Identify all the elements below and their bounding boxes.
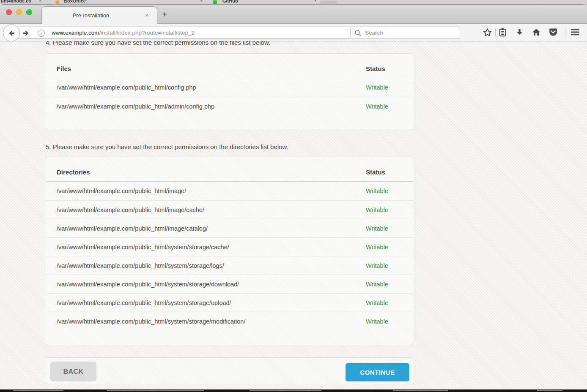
status-value: Writable	[366, 244, 413, 250]
directory-path: /var/www/html/example.com/public_html/im…	[46, 225, 366, 232]
table-row: /var/www/html/example.com/public_html/sy…	[46, 293, 413, 312]
forward-arrow-icon	[22, 30, 30, 37]
bookmark-star-icon[interactable]	[482, 27, 492, 37]
background-tab-stub	[320, 1, 337, 4]
back-arrow-icon	[8, 30, 15, 37]
url-text: www.example.com/install/index.php?route=…	[52, 27, 195, 38]
forward-button[interactable]	[21, 28, 30, 38]
file-path: /var/www/html/example.com/public_html/ad…	[46, 103, 366, 110]
browser-window: Pre-Installation × + i www.example.com/i…	[0, 4, 587, 389]
url-path: /install/index.php?route=install/step_2	[99, 30, 195, 36]
table-row: /var/www/html/example.com/public_html/sy…	[46, 312, 413, 330]
menu-hamburger-icon[interactable]	[569, 27, 581, 37]
divider	[48, 29, 48, 38]
status-value: Writable	[366, 188, 413, 194]
search-bar[interactable]	[350, 27, 460, 39]
directory-path: /var/www/html/example.com/public_html/sy…	[46, 299, 366, 306]
window-minimize-button[interactable]	[16, 9, 22, 15]
continue-button[interactable]: CONTINUE	[346, 363, 409, 381]
status-value: Writable	[366, 84, 413, 91]
tab-close-icon[interactable]: ×	[143, 11, 151, 19]
directories-panel: Directories Status /var/www/html/example…	[46, 157, 413, 345]
divider	[565, 27, 565, 38]
screen: unt=linode.co × BoxOffice × GitHub × Pre…	[0, 0, 587, 392]
boxoffice-favicon-icon	[55, 0, 59, 4]
page-viewport: 4. Please make sure you have set the cor…	[0, 41, 587, 390]
navigation-toolbar: i www.example.com/install/index.php?rout…	[0, 24, 587, 41]
tab-title: Pre-Installation	[42, 7, 140, 24]
new-tab-button[interactable]: +	[160, 10, 169, 19]
table-row: /var/www/html/example.com/public_html/im…	[46, 182, 413, 200]
file-path: /var/www/html/example.com/public_html/co…	[46, 84, 366, 91]
home-icon[interactable]	[531, 27, 541, 37]
files-column-header: Files	[46, 65, 366, 72]
divider	[495, 28, 496, 36]
background-tab-label: unt=linode.co	[1, 0, 31, 3]
window-zoom-button[interactable]	[26, 9, 32, 15]
status-value: Writable	[366, 281, 413, 288]
status-value: Writable	[366, 225, 413, 232]
github-favicon-icon	[213, 0, 217, 4]
directory-path: /var/www/html/example.com/public_html/im…	[46, 188, 366, 194]
background-tab-close-icon: ×	[39, 0, 41, 3]
directories-column-header: Directories	[46, 169, 366, 176]
directory-path: /var/www/html/example.com/public_html/sy…	[46, 244, 366, 250]
table-row: /var/www/html/example.com/public_html/sy…	[46, 237, 413, 256]
url-domain: www.example.com	[52, 30, 99, 36]
directory-path: /var/www/html/example.com/public_html/sy…	[46, 318, 366, 325]
background-tab-close-icon: ×	[200, 0, 203, 3]
page-info-icon[interactable]: i	[38, 30, 45, 37]
back-step-button[interactable]: BACK	[50, 362, 96, 381]
directories-table-header: Directories Status	[46, 157, 413, 182]
table-row: /var/www/html/example.com/public_html/ad…	[46, 97, 413, 115]
window-close-button[interactable]	[6, 9, 12, 15]
background-tab-label: GitHub	[222, 0, 238, 3]
table-row: /var/www/html/example.com/public_html/co…	[46, 78, 413, 97]
directory-path: /var/www/html/example.com/public_html/sy…	[46, 262, 366, 269]
table-row: /var/www/html/example.com/public_html/sy…	[46, 256, 413, 275]
status-column-header: Status	[366, 169, 413, 176]
tab-bar: Pre-Installation × +	[0, 5, 587, 24]
directory-path: /var/www/html/example.com/public_html/im…	[46, 207, 366, 213]
table-row: /var/www/html/example.com/public_html/im…	[46, 200, 413, 219]
wizard-buttons-bar: BACK CONTINUE	[46, 357, 413, 385]
status-value: Writable	[366, 262, 413, 269]
background-tab-close-icon: ×	[314, 0, 317, 3]
background-window-bottom	[0, 389, 587, 392]
pocket-icon[interactable]	[548, 27, 558, 37]
status-column-header: Status	[366, 65, 413, 72]
directory-path: /var/www/html/example.com/public_html/sy…	[46, 281, 366, 288]
status-value: Writable	[366, 207, 413, 213]
table-row: /var/www/html/example.com/public_html/sy…	[46, 275, 413, 293]
status-value: Writable	[366, 103, 413, 110]
section-4-heading: 4. Please make sure you have set the cor…	[46, 41, 418, 47]
background-window-tabstrip: unt=linode.co × BoxOffice × GitHub ×	[0, 0, 587, 4]
search-input[interactable]	[365, 27, 456, 38]
status-value: Writable	[366, 318, 413, 325]
status-value: Writable	[366, 299, 413, 306]
downloads-icon[interactable]	[514, 27, 524, 37]
files-panel: Files Status /var/www/html/example.com/p…	[46, 53, 413, 130]
section-5-heading: 5. Please make sure you have set the cor…	[46, 143, 418, 151]
tab-pre-installation[interactable]: Pre-Installation ×	[41, 6, 157, 24]
bookmarks-sidebar-icon[interactable]	[497, 27, 507, 37]
search-icon	[354, 30, 362, 37]
files-table-header: Files Status	[46, 54, 413, 78]
divider	[348, 29, 348, 38]
url-bar[interactable]: i www.example.com/install/index.php?rout…	[17, 27, 363, 39]
background-tab-label: BoxOffice	[64, 0, 86, 3]
table-row: /var/www/html/example.com/public_html/im…	[46, 219, 413, 237]
back-button[interactable]	[3, 24, 20, 41]
